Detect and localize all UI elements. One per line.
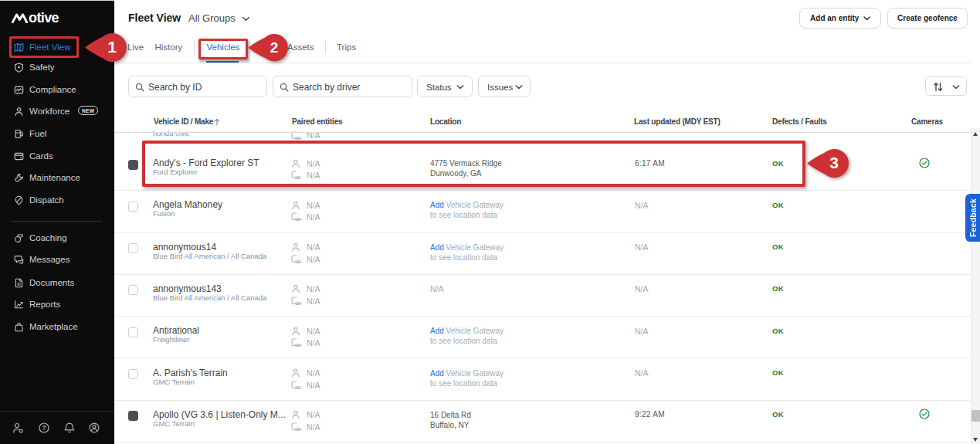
svg-text:?: ? xyxy=(42,424,46,432)
svg-text:otive: otive xyxy=(29,10,59,23)
